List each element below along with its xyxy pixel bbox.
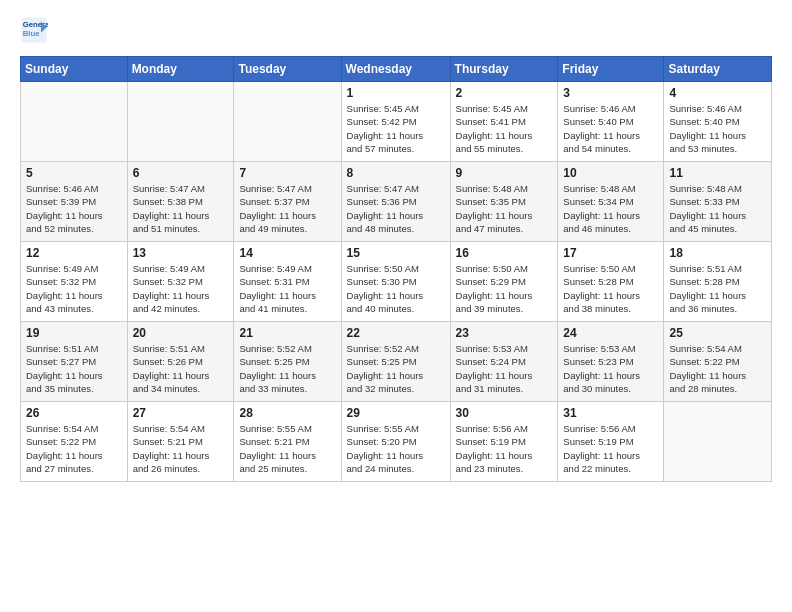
calendar-cell: 30Sunrise: 5:56 AM Sunset: 5:19 PM Dayli… [450, 402, 558, 482]
day-number: 22 [347, 326, 445, 340]
calendar-cell: 25Sunrise: 5:54 AM Sunset: 5:22 PM Dayli… [664, 322, 772, 402]
calendar-cell: 31Sunrise: 5:56 AM Sunset: 5:19 PM Dayli… [558, 402, 664, 482]
weekday-header-tuesday: Tuesday [234, 57, 341, 82]
day-number: 4 [669, 86, 766, 100]
day-number: 20 [133, 326, 229, 340]
day-info: Sunrise: 5:56 AM Sunset: 5:19 PM Dayligh… [456, 422, 553, 475]
calendar-cell: 26Sunrise: 5:54 AM Sunset: 5:22 PM Dayli… [21, 402, 128, 482]
calendar-cell: 11Sunrise: 5:48 AM Sunset: 5:33 PM Dayli… [664, 162, 772, 242]
day-info: Sunrise: 5:55 AM Sunset: 5:21 PM Dayligh… [239, 422, 335, 475]
day-info: Sunrise: 5:51 AM Sunset: 5:26 PM Dayligh… [133, 342, 229, 395]
calendar-cell [21, 82, 128, 162]
calendar-cell [664, 402, 772, 482]
day-number: 23 [456, 326, 553, 340]
day-info: Sunrise: 5:47 AM Sunset: 5:36 PM Dayligh… [347, 182, 445, 235]
calendar-cell: 17Sunrise: 5:50 AM Sunset: 5:28 PM Dayli… [558, 242, 664, 322]
day-number: 1 [347, 86, 445, 100]
day-number: 8 [347, 166, 445, 180]
day-info: Sunrise: 5:47 AM Sunset: 5:37 PM Dayligh… [239, 182, 335, 235]
weekday-header-monday: Monday [127, 57, 234, 82]
logo-icon: General Blue [20, 16, 48, 44]
day-number: 29 [347, 406, 445, 420]
weekday-header-friday: Friday [558, 57, 664, 82]
day-number: 28 [239, 406, 335, 420]
calendar-cell: 5Sunrise: 5:46 AM Sunset: 5:39 PM Daylig… [21, 162, 128, 242]
day-number: 27 [133, 406, 229, 420]
calendar-cell: 1Sunrise: 5:45 AM Sunset: 5:42 PM Daylig… [341, 82, 450, 162]
weekday-header-wednesday: Wednesday [341, 57, 450, 82]
day-info: Sunrise: 5:52 AM Sunset: 5:25 PM Dayligh… [347, 342, 445, 395]
week-row-1: 1Sunrise: 5:45 AM Sunset: 5:42 PM Daylig… [21, 82, 772, 162]
calendar-cell: 4Sunrise: 5:46 AM Sunset: 5:40 PM Daylig… [664, 82, 772, 162]
day-info: Sunrise: 5:53 AM Sunset: 5:23 PM Dayligh… [563, 342, 658, 395]
weekday-header-sunday: Sunday [21, 57, 128, 82]
day-number: 26 [26, 406, 122, 420]
day-info: Sunrise: 5:50 AM Sunset: 5:29 PM Dayligh… [456, 262, 553, 315]
calendar-cell: 2Sunrise: 5:45 AM Sunset: 5:41 PM Daylig… [450, 82, 558, 162]
day-number: 10 [563, 166, 658, 180]
day-info: Sunrise: 5:54 AM Sunset: 5:21 PM Dayligh… [133, 422, 229, 475]
calendar-cell: 20Sunrise: 5:51 AM Sunset: 5:26 PM Dayli… [127, 322, 234, 402]
day-info: Sunrise: 5:49 AM Sunset: 5:31 PM Dayligh… [239, 262, 335, 315]
day-number: 25 [669, 326, 766, 340]
calendar-cell [234, 82, 341, 162]
calendar-cell: 8Sunrise: 5:47 AM Sunset: 5:36 PM Daylig… [341, 162, 450, 242]
calendar-table: SundayMondayTuesdayWednesdayThursdayFrid… [20, 56, 772, 482]
day-info: Sunrise: 5:50 AM Sunset: 5:28 PM Dayligh… [563, 262, 658, 315]
day-number: 5 [26, 166, 122, 180]
day-info: Sunrise: 5:45 AM Sunset: 5:42 PM Dayligh… [347, 102, 445, 155]
day-number: 3 [563, 86, 658, 100]
day-info: Sunrise: 5:49 AM Sunset: 5:32 PM Dayligh… [133, 262, 229, 315]
calendar-cell: 19Sunrise: 5:51 AM Sunset: 5:27 PM Dayli… [21, 322, 128, 402]
day-number: 15 [347, 246, 445, 260]
svg-text:Blue: Blue [23, 29, 40, 38]
day-info: Sunrise: 5:54 AM Sunset: 5:22 PM Dayligh… [26, 422, 122, 475]
calendar-cell: 3Sunrise: 5:46 AM Sunset: 5:40 PM Daylig… [558, 82, 664, 162]
day-info: Sunrise: 5:50 AM Sunset: 5:30 PM Dayligh… [347, 262, 445, 315]
weekday-header-saturday: Saturday [664, 57, 772, 82]
day-number: 13 [133, 246, 229, 260]
page-container: General Blue SundayMondayTuesdayWednesda… [0, 0, 792, 492]
day-info: Sunrise: 5:53 AM Sunset: 5:24 PM Dayligh… [456, 342, 553, 395]
week-row-2: 5Sunrise: 5:46 AM Sunset: 5:39 PM Daylig… [21, 162, 772, 242]
day-info: Sunrise: 5:49 AM Sunset: 5:32 PM Dayligh… [26, 262, 122, 315]
day-number: 9 [456, 166, 553, 180]
day-info: Sunrise: 5:56 AM Sunset: 5:19 PM Dayligh… [563, 422, 658, 475]
day-info: Sunrise: 5:51 AM Sunset: 5:28 PM Dayligh… [669, 262, 766, 315]
calendar-cell: 24Sunrise: 5:53 AM Sunset: 5:23 PM Dayli… [558, 322, 664, 402]
weekday-header-thursday: Thursday [450, 57, 558, 82]
calendar-cell: 28Sunrise: 5:55 AM Sunset: 5:21 PM Dayli… [234, 402, 341, 482]
calendar-cell: 22Sunrise: 5:52 AM Sunset: 5:25 PM Dayli… [341, 322, 450, 402]
day-info: Sunrise: 5:48 AM Sunset: 5:33 PM Dayligh… [669, 182, 766, 235]
calendar-cell: 12Sunrise: 5:49 AM Sunset: 5:32 PM Dayli… [21, 242, 128, 322]
day-info: Sunrise: 5:47 AM Sunset: 5:38 PM Dayligh… [133, 182, 229, 235]
calendar-cell: 27Sunrise: 5:54 AM Sunset: 5:21 PM Dayli… [127, 402, 234, 482]
top-header: General Blue [20, 16, 772, 48]
day-number: 17 [563, 246, 658, 260]
calendar-cell: 10Sunrise: 5:48 AM Sunset: 5:34 PM Dayli… [558, 162, 664, 242]
day-number: 11 [669, 166, 766, 180]
weekday-header-row: SundayMondayTuesdayWednesdayThursdayFrid… [21, 57, 772, 82]
day-info: Sunrise: 5:45 AM Sunset: 5:41 PM Dayligh… [456, 102, 553, 155]
calendar-cell: 14Sunrise: 5:49 AM Sunset: 5:31 PM Dayli… [234, 242, 341, 322]
day-number: 2 [456, 86, 553, 100]
calendar-cell: 6Sunrise: 5:47 AM Sunset: 5:38 PM Daylig… [127, 162, 234, 242]
day-info: Sunrise: 5:46 AM Sunset: 5:40 PM Dayligh… [669, 102, 766, 155]
week-row-5: 26Sunrise: 5:54 AM Sunset: 5:22 PM Dayli… [21, 402, 772, 482]
day-info: Sunrise: 5:54 AM Sunset: 5:22 PM Dayligh… [669, 342, 766, 395]
calendar-cell: 7Sunrise: 5:47 AM Sunset: 5:37 PM Daylig… [234, 162, 341, 242]
day-number: 24 [563, 326, 658, 340]
calendar-cell [127, 82, 234, 162]
day-info: Sunrise: 5:55 AM Sunset: 5:20 PM Dayligh… [347, 422, 445, 475]
day-number: 16 [456, 246, 553, 260]
day-info: Sunrise: 5:48 AM Sunset: 5:35 PM Dayligh… [456, 182, 553, 235]
day-number: 30 [456, 406, 553, 420]
day-number: 31 [563, 406, 658, 420]
calendar-cell: 9Sunrise: 5:48 AM Sunset: 5:35 PM Daylig… [450, 162, 558, 242]
week-row-4: 19Sunrise: 5:51 AM Sunset: 5:27 PM Dayli… [21, 322, 772, 402]
day-info: Sunrise: 5:46 AM Sunset: 5:40 PM Dayligh… [563, 102, 658, 155]
calendar-cell: 13Sunrise: 5:49 AM Sunset: 5:32 PM Dayli… [127, 242, 234, 322]
week-row-3: 12Sunrise: 5:49 AM Sunset: 5:32 PM Dayli… [21, 242, 772, 322]
day-info: Sunrise: 5:51 AM Sunset: 5:27 PM Dayligh… [26, 342, 122, 395]
calendar-cell: 21Sunrise: 5:52 AM Sunset: 5:25 PM Dayli… [234, 322, 341, 402]
